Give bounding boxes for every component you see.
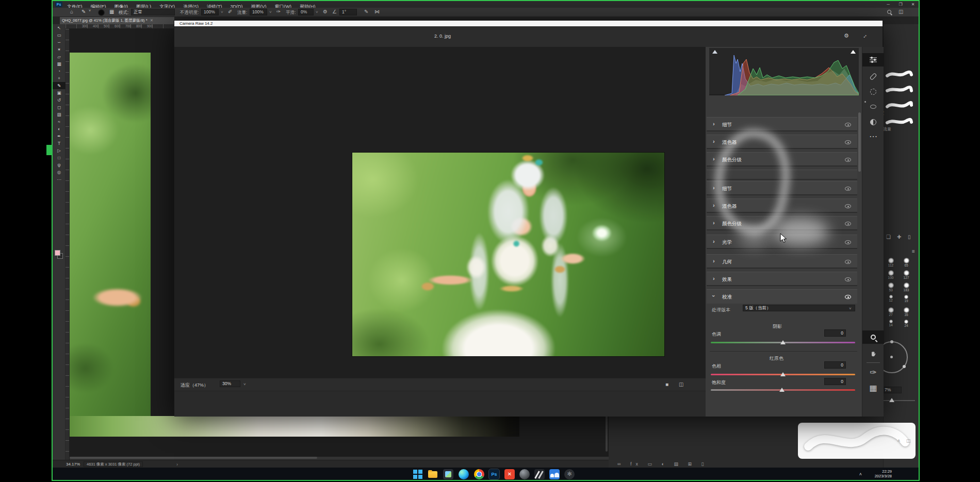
minimize-button[interactable]: ─ [883,1,894,8]
fan-app-icon[interactable]: ✻ [564,469,575,479]
tool-eyedropper[interactable]: ◔ [53,68,66,75]
tool-gradient[interactable]: ▨ [53,111,66,118]
eye-icon[interactable] [845,260,851,264]
tool-lasso[interactable]: ∽ [53,39,66,46]
acr-before-after-icon[interactable]: ◫ [679,381,683,387]
tool-healing[interactable]: + [53,75,66,82]
panel-folder-icon[interactable]: ❏ [886,234,891,240]
airbrush-icon[interactable]: ✑ [276,9,281,14]
brush-preset[interactable]: 127 [900,270,913,282]
eye-icon[interactable] [845,140,851,144]
acr-section-optics[interactable]: › 光学 [707,235,857,249]
acr-edit-tool[interactable] [862,53,884,67]
taskbar-clock[interactable]: 22:29 2023/3/28 [875,469,892,478]
panel-menu-icon[interactable]: ≡ [912,248,915,254]
layer-fx-icon[interactable]: fx [630,461,642,467]
brush-stroke-preview[interactable] [885,70,913,79]
brush-tool-preset-icon[interactable]: ✎ [81,9,86,14]
blue-app-icon[interactable] [549,469,560,479]
brush-preset[interactable]: 35 [900,307,913,320]
acr-zoom-caret-icon[interactable]: ˅ [243,382,246,387]
mode-select[interactable]: 正常 [131,9,175,15]
smooth-caret-icon[interactable]: ˅ [316,10,318,14]
acr-section-calibration-expanded[interactable]: › 校准 [707,289,857,304]
acr-preview-area[interactable] [174,47,706,378]
process-version-select[interactable]: 5 版（当前） [743,305,855,311]
panel-mode-icon[interactable]: ◫ [906,438,911,443]
tool-zoom[interactable]: ◎ [53,169,66,176]
acr-masking-tool[interactable] [862,85,884,98]
panel-percent-value[interactable]: 7% [882,387,902,393]
acr-section-color-mixer[interactable]: › 混色器 [707,135,857,149]
acr-section-detail[interactable]: › 细节 [707,117,857,131]
eye-icon[interactable] [845,204,851,208]
edge-browser-icon[interactable] [459,469,469,479]
flow-caret-icon[interactable]: ˅ [269,10,272,14]
eye-icon[interactable] [845,277,851,281]
tool-history-brush[interactable]: ↺ [53,96,66,104]
panel-slider-thumb[interactable] [889,398,894,402]
dark-app-icon[interactable] [534,469,545,479]
tool-smudge[interactable]: ≈ [53,118,66,125]
acr-section-color-mixer-2[interactable]: › 混色器 [707,198,857,213]
brush-preset[interactable]: 12 [884,295,897,307]
close-button[interactable]: ✕ [907,1,919,8]
opacity-value[interactable]: 100% [201,9,219,15]
acr-red-eye-tool[interactable] [862,100,884,113]
acr-zoom-tool[interactable] [862,330,884,344]
photo-preview[interactable] [352,153,664,356]
tool-pen[interactable]: ✒ [53,132,66,140]
smooth-value[interactable]: 0% [298,9,314,15]
acr-preview-toggle-icon[interactable]: ■ [665,381,668,387]
canvas-image-bottom[interactable] [70,416,519,437]
acr-healing-tool[interactable] [862,70,884,83]
brush-preset[interactable]: 53 [884,282,897,295]
brush-preset[interactable]: 65 [900,258,913,270]
angle-value[interactable]: 1° [339,9,357,15]
acr-zoom-select[interactable]: 30% [220,380,240,387]
tab-close-icon[interactable]: ✕ [150,18,153,23]
eye-icon[interactable] [845,222,851,226]
smoothing-gear-icon[interactable]: ⚙ [323,9,328,14]
acr-fit-label[interactable]: 适应（47%） [181,382,208,389]
new-layer-icon[interactable]: ⊞ [688,461,696,467]
status-caret-icon[interactable]: › [176,462,178,467]
saturation-slider-thumb[interactable] [779,388,785,392]
document-tab[interactable]: QHQ_0677.jpg @ 41% (混合蒙版 1, 图层蒙版/8) * ✕ [60,17,174,24]
acr-more-icon[interactable]: ⋯ [862,129,884,143]
brush-preset[interactable]: 27 [884,307,897,320]
eye-icon[interactable] [845,123,851,127]
camera-raw-title-bar[interactable]: Camera Raw 14.2 [174,21,883,26]
brush-stroke-preview[interactable] [885,117,913,126]
opacity-caret-icon[interactable]: ˅ [221,10,223,14]
status-zoom[interactable]: 34.17% [66,462,80,467]
home-icon[interactable]: ⌂ [70,9,73,14]
brush-preset[interactable]: 19 [900,295,913,307]
tool-type[interactable]: T [53,140,66,147]
acr-settings-gear-icon[interactable]: ⚙ [844,32,849,39]
maximize-button[interactable]: ❐ [895,1,906,8]
chrome-browser-icon[interactable] [474,469,484,479]
panel-collapse-icon[interactable]: ˄ [897,438,900,443]
brush-preset[interactable]: 100 [884,270,897,282]
acr-sampler-icon[interactable]: ✑ [862,365,884,379]
saturation-value[interactable]: 0 [824,378,846,385]
layer-mask-icon[interactable]: ▭ [647,461,656,467]
pressure-opacity-icon[interactable]: ✐ [228,9,232,14]
acr-presets-tool[interactable] [862,115,884,129]
tray-expand-icon[interactable]: ˄ [859,472,862,477]
brush-preset[interactable]: 24 [900,320,913,332]
foreground-color-swatch[interactable] [55,250,60,256]
file-explorer-icon[interactable] [428,469,438,479]
panel-scrollbar[interactable] [858,112,861,172]
acr-section-color-grading-2[interactable]: › 颜色分级 [707,216,857,230]
tool-move[interactable]: ↖ [53,24,66,31]
tool-marquee[interactable]: ▭ [53,31,66,39]
tool-frame[interactable]: ▦ [53,60,66,68]
start-button[interactable] [413,469,423,479]
acr-fullscreen-icon[interactable]: ↔ [860,31,868,40]
acr-section-color-grading[interactable]: › 颜色分级 [707,152,857,167]
brush-preview[interactable] [98,9,105,16]
hue-slider-thumb[interactable] [780,372,786,376]
eye-icon[interactable] [845,240,851,244]
